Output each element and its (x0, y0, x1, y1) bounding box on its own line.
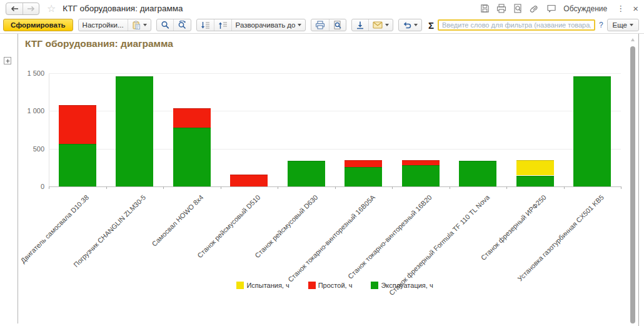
x-axis-tick (49, 186, 49, 189)
search-group (156, 19, 191, 31)
bar-segment[interactable] (116, 76, 153, 186)
x-axis-tick (621, 186, 621, 189)
bar-segment[interactable] (459, 161, 496, 186)
toolbar-right: Σ ? Еще (428, 19, 641, 31)
x-axis-tick (221, 186, 221, 189)
forward-button[interactable] (23, 3, 39, 14)
x-axis-tick (163, 186, 164, 189)
scrollbar-up-arrow[interactable] (631, 38, 635, 41)
close-icon[interactable]: × (633, 3, 638, 14)
collapse-rows-button[interactable] (214, 19, 231, 31)
report-variant-icon (132, 21, 141, 29)
report-toolbar: Сформировать Настройки... (0, 17, 644, 34)
download-icon (356, 21, 365, 29)
dropdown-caret-icon (630, 24, 633, 26)
undo-button[interactable] (399, 19, 421, 31)
print-group (311, 19, 346, 31)
y-axis-line (49, 73, 49, 186)
back-button[interactable] (6, 3, 23, 14)
back-arrow-icon (10, 6, 19, 12)
send-mail-button[interactable] (368, 19, 393, 31)
legend-swatch-icon (308, 282, 316, 289)
collapse-rows-icon (218, 21, 228, 29)
search-icon (161, 21, 169, 29)
bar-segment[interactable] (173, 128, 211, 186)
discussion-icon[interactable] (546, 4, 556, 13)
titlebar-actions: Обсуждение ⋮ × (480, 3, 638, 14)
filter-input[interactable] (438, 19, 595, 31)
kebab-menu-icon[interactable]: ⋮ (616, 4, 625, 13)
more-button[interactable]: Еще (607, 19, 639, 31)
title-bar: ☆ КТГ оборудования: диаграмма Обсуждение… (0, 0, 644, 17)
settings-button[interactable]: Настройки... (79, 19, 128, 31)
x-axis-tick (278, 186, 278, 189)
history-nav (6, 3, 39, 15)
bar-segment[interactable] (402, 165, 440, 186)
legend-label: Эксплуатация, ч (381, 282, 433, 289)
dropdown-caret-icon (414, 24, 418, 26)
bar-segment[interactable] (573, 76, 611, 186)
bar-segment[interactable] (59, 105, 96, 145)
generate-button[interactable]: Сформировать (3, 19, 73, 31)
bar-segment[interactable] (402, 160, 440, 165)
y-axis-tick-label: 500 (0, 145, 44, 153)
x-axis-label: Станок рейсмусовый D630 (253, 193, 319, 259)
app-window: ☆ КТГ оборудования: диаграмма Обсуждение… (0, 0, 644, 326)
bar-segment[interactable] (288, 161, 325, 186)
bar-segment[interactable] (516, 160, 554, 175)
bar-segment[interactable] (345, 160, 382, 166)
bar-segment[interactable] (173, 108, 211, 128)
print-preview-icon[interactable] (513, 4, 523, 13)
save-icon[interactable] (480, 4, 490, 13)
report-content: КТГ оборудования: диаграмма 1 5001 00050… (0, 34, 644, 326)
search-next-button[interactable] (173, 19, 191, 31)
download-button[interactable] (352, 19, 368, 31)
help-icon[interactable]: ? (599, 21, 603, 29)
preview-button[interactable] (329, 19, 346, 31)
search-button[interactable] (157, 19, 173, 31)
bar-segment[interactable] (516, 176, 554, 186)
print-icon[interactable] (496, 4, 506, 13)
window-right-edge (638, 34, 639, 326)
link-icon[interactable] (530, 4, 540, 13)
settings-group: Настройки... (78, 19, 151, 31)
favorites-star-icon[interactable]: ☆ (47, 4, 56, 14)
search-next-icon (178, 21, 187, 29)
mail-icon (373, 21, 383, 29)
bar-segment[interactable] (345, 167, 382, 186)
bar-segment[interactable] (59, 144, 96, 186)
x-axis-tick (506, 186, 507, 189)
expand-to-button[interactable]: Разворачивать до (231, 19, 306, 31)
y-axis-tick-label: 1 500 (0, 69, 44, 77)
legend-item: Простой, ч (308, 282, 353, 289)
sum-icon[interactable]: Σ (428, 20, 434, 31)
page-preview-icon (333, 21, 342, 29)
window-title: КТГ оборудования: диаграмма (63, 4, 183, 13)
bar-segment[interactable] (230, 175, 268, 186)
legend-item: Эксплуатация, ч (371, 282, 433, 289)
print-button[interactable] (311, 19, 329, 31)
undo-group (398, 19, 422, 31)
settings-label: Настройки... (83, 21, 124, 29)
x-axis-tick (450, 186, 450, 189)
report-variant-button[interactable] (128, 19, 151, 31)
legend-swatch-icon (371, 282, 378, 289)
x-axis-label: Двигатель самосвала D10.38 (19, 193, 91, 265)
printer-icon (315, 21, 325, 29)
x-axis-label: Станок рейсмусовый D510 (196, 193, 261, 259)
vertical-scrollbar[interactable] (630, 46, 635, 323)
expand-rows-button[interactable] (197, 19, 214, 31)
x-axis-tick (106, 186, 107, 189)
x-axis-label: Станок фрезерный ИРФ250 (480, 193, 548, 262)
legend-label: Испытания, ч (246, 282, 289, 289)
undo-icon (403, 21, 411, 29)
discussion-label[interactable]: Обсуждение (563, 4, 607, 13)
more-label: Еще (613, 21, 627, 29)
x-axis-tick (392, 186, 393, 189)
legend-label: Простой, ч (318, 282, 353, 289)
legend-swatch-icon (236, 282, 244, 289)
y-axis-tick-label: 0 (0, 183, 44, 190)
stacked-bar-chart: 1 5001 0005000Двигатель самосвала D10.38… (0, 34, 638, 326)
chart-legend: Испытания, чПростой, чЭксплуатация, ч (49, 282, 621, 289)
gridline-1500 (49, 73, 621, 74)
